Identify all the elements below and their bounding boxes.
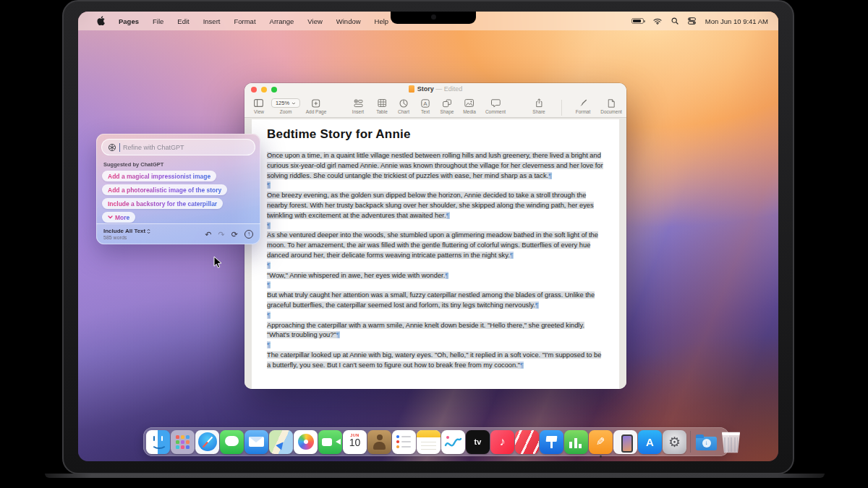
chatgpt-refine-panel: Refine with ChatGPT Suggested by ChatGPT… [96, 134, 260, 244]
toolbar-document-button[interactable]: Document [600, 98, 622, 114]
dock-contacts[interactable] [367, 430, 391, 454]
menu-item-format[interactable]: Format [234, 17, 255, 25]
pilcrow-mark: ¶ [267, 281, 271, 288]
toolbar-zoom-control[interactable]: 125% Zoom [271, 98, 300, 114]
empty-line[interactable]: ¶ [267, 261, 604, 271]
dock-finder[interactable] [146, 430, 170, 454]
menu-item-arrange[interactable]: Arrange [270, 17, 294, 25]
document-paragraph[interactable]: But what truly caught her attention was … [267, 291, 604, 311]
pilcrow-mark: ¶ [446, 212, 450, 219]
toolbar-text-button[interactable]: A Text [421, 98, 430, 114]
control-center-icon[interactable] [688, 17, 696, 25]
dock-reminders[interactable] [392, 430, 416, 454]
svg-text:A: A [423, 100, 427, 106]
comment-icon [485, 98, 506, 108]
menu-item-edit[interactable]: Edit [177, 17, 189, 25]
dock-keynote[interactable] [540, 430, 563, 454]
empty-line[interactable]: ¶ [267, 221, 604, 231]
toolbar-shape-button[interactable]: Shape [441, 98, 454, 114]
more-button[interactable]: More [102, 212, 135, 223]
wifi-icon[interactable] [653, 18, 662, 25]
dock-pages[interactable]: ✎ [589, 430, 613, 454]
document-body[interactable]: Once upon a time, in a quaint little vil… [267, 151, 604, 371]
menu-item-help[interactable]: Help [375, 17, 389, 25]
dock-safari[interactable] [195, 430, 219, 454]
undo-button[interactable]: ↶ [205, 231, 211, 239]
text-tool-icon: A [421, 98, 430, 108]
document-title: Story [417, 85, 434, 93]
menu-item-insert[interactable]: Insert [203, 17, 221, 25]
toolbar-comment-button[interactable]: Comment [485, 98, 506, 114]
dock-music[interactable]: ♪ [490, 430, 514, 454]
toolbar-view-button[interactable]: View [254, 98, 264, 114]
submit-button[interactable]: ↑ [244, 230, 253, 239]
document-icon [409, 85, 414, 93]
menu-item-view[interactable]: View [307, 17, 322, 25]
dock-photos[interactable] [294, 430, 318, 454]
dock-numbers[interactable] [564, 430, 588, 454]
menu-bar-clock[interactable]: Mon Jun 10 9:41 AM [705, 17, 768, 25]
empty-line[interactable]: ¶ [267, 281, 604, 291]
redo-button[interactable]: ↷ [218, 231, 225, 239]
dock-iphone-mirroring[interactable] [613, 430, 637, 454]
dock-downloads[interactable]: ↓ [694, 430, 718, 454]
dock-app-store[interactable]: A [638, 430, 662, 454]
dock-apple-tv[interactable]: tv [466, 430, 490, 454]
retry-button[interactable]: ⟳ [231, 231, 238, 239]
toolbar-table-button[interactable]: Table [376, 98, 388, 114]
document-page[interactable]: Bedtime Story for Annie Once upon a time… [252, 119, 619, 389]
menu-item-app[interactable]: Pages [119, 17, 139, 25]
toolbar-media-button[interactable]: Media [463, 98, 476, 114]
menu-item-window[interactable]: Window [336, 17, 361, 25]
empty-line[interactable]: ¶ [267, 311, 604, 321]
document-paragraph[interactable]: Once upon a time, in a quaint little vil… [267, 151, 604, 181]
dock-calendar[interactable]: JUN10 [343, 430, 367, 454]
document-paragraph[interactable]: "Wow," Annie whispered in awe, her eyes … [267, 271, 604, 281]
battery-icon[interactable] [631, 18, 644, 24]
pilcrow-mark: ¶ [267, 222, 271, 229]
dock-maps[interactable] [269, 430, 293, 454]
suggestion-pill[interactable]: Include a backstory for the caterpillar [102, 198, 223, 209]
dock-messages[interactable] [220, 430, 244, 454]
toolbar-insert-button[interactable]: Insert [352, 98, 364, 114]
openai-logo-icon [108, 143, 116, 152]
dock-mail[interactable] [244, 430, 268, 454]
toolbar-share-button[interactable]: Share [532, 98, 545, 114]
toolbar-format-button[interactable]: Format [576, 98, 591, 114]
include-all-text-dropdown[interactable]: Include All Text [103, 228, 150, 235]
format-brush-icon [576, 98, 591, 108]
suggestion-pill[interactable]: Add a magical impressionist image [102, 171, 216, 181]
document-paragraph[interactable]: One breezy evening, as the golden sun di… [267, 191, 604, 221]
document-paragraph[interactable]: Approaching the caterpillar with a warm … [267, 321, 604, 341]
dock-news[interactable] [515, 430, 539, 454]
share-icon [532, 98, 545, 108]
dock-system-settings[interactable]: ⚙ [663, 430, 686, 454]
document-paragraph[interactable]: The caterpillar looked up at Annie with … [267, 351, 604, 371]
chevron-down-icon [292, 102, 296, 105]
camera-dot [431, 14, 436, 20]
menu-item-file[interactable]: File [153, 17, 163, 25]
suggestion-pill[interactable]: Add a photorealistic image of the story [102, 184, 227, 195]
freeform-squiggle-icon [441, 430, 465, 454]
refine-input[interactable]: Refine with ChatGPT [101, 139, 255, 155]
dock-notes[interactable] [417, 430, 441, 454]
refine-footer: Include All Text 585 words ↶ ↷ ⟳ ↑ [96, 223, 260, 244]
toolbar-add-page-button[interactable]: Add Page [306, 98, 327, 114]
word-count: 585 words [103, 235, 150, 241]
window-title-bar[interactable]: Story — Edited [244, 83, 626, 96]
document-paragraph[interactable]: As she ventured deeper into the woods, s… [267, 231, 604, 260]
empty-line[interactable]: ¶ [267, 341, 604, 351]
toolbar-chart-button[interactable]: Chart [398, 98, 409, 114]
pilcrow-mark: ¶ [520, 361, 524, 369]
dock-launchpad[interactable] [171, 430, 195, 454]
dock-freeform[interactable] [441, 430, 465, 454]
pages-window: Story — Edited View 125% Zoom Add Page I… [244, 83, 626, 389]
document-heading[interactable]: Bedtime Story for Annie [267, 127, 604, 142]
dock-facetime[interactable] [318, 430, 342, 454]
pilcrow-mark: ¶ [445, 272, 448, 279]
empty-line[interactable]: ¶ [267, 181, 604, 191]
screen: Pages File Edit Insert Format Arrange Vi… [78, 12, 778, 461]
search-icon[interactable] [671, 17, 678, 25]
apple-menu[interactable] [97, 16, 105, 27]
toolbar-separator [561, 100, 562, 116]
